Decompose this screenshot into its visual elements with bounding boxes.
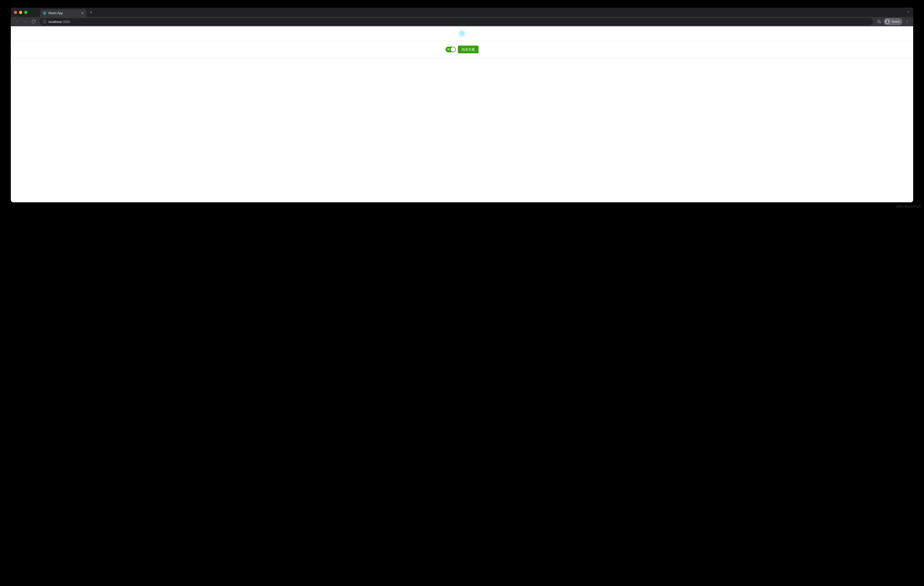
profile-avatar-icon [885,19,890,24]
tab-close-icon[interactable]: ✕ [81,12,84,15]
url-text: localhost:3000 [48,20,70,24]
profile-button[interactable]: Guest [884,18,903,25]
svg-point-11 [462,33,463,34]
site-info-icon[interactable] [43,20,46,23]
toolbar-right: Guest [876,18,911,25]
window-minimize-button[interactable] [19,11,22,14]
browser-toolbar: localhost:3000 Guest [11,17,913,26]
title-bar: React App ✕ + [11,8,913,17]
controls-section: 亮 动态主题 [11,41,913,58]
svg-point-9 [907,21,907,22]
profile-label: Guest [891,20,900,23]
url-host: localhost [48,20,62,24]
dynamic-theme-button[interactable]: 动态主题 [458,46,478,53]
tabs-dropdown-icon[interactable] [906,10,910,15]
content-area: 亮 动态主题 [11,26,913,202]
react-logo-icon [459,30,465,37]
forward-button[interactable] [21,18,29,25]
react-favicon-icon [43,12,46,15]
tab-title: React App [48,12,79,15]
back-button[interactable] [13,18,21,25]
logo-section [11,26,913,41]
new-tab-button[interactable]: + [90,10,92,15]
translate-icon[interactable] [876,18,883,25]
outer-frame: React App ✕ + [0,0,924,210]
window-close-button[interactable] [14,11,17,14]
svg-point-7 [887,20,888,21]
traffic-lights [14,11,27,14]
browser-window: React App ✕ + [11,8,913,202]
svg-point-8 [907,20,907,21]
svg-point-0 [45,13,45,13]
reload-button[interactable] [30,18,37,25]
browser-menu-button[interactable] [903,18,911,25]
url-port: :3000 [62,20,70,24]
theme-toggle-switch[interactable]: 亮 [446,47,456,52]
window-maximize-button[interactable] [24,11,27,14]
address-bar[interactable]: localhost:3000 [40,18,873,25]
browser-tab[interactable]: React App ✕ [40,9,87,17]
svg-point-10 [907,23,907,23]
toggle-knob [450,47,455,52]
watermark-text: @稀土掘金技术社区 [896,205,921,209]
toggle-label: 亮 [447,48,450,51]
